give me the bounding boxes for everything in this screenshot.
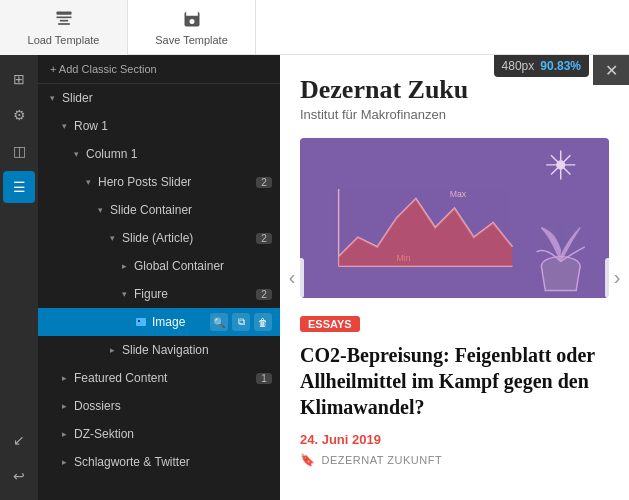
resolution-px: 480px: [502, 59, 535, 73]
tree-item-featured[interactable]: Featured Content1: [38, 364, 280, 392]
tree-label: Schlagworte & Twitter: [74, 455, 272, 469]
sidebar-icon-help[interactable]: ↙: [3, 424, 35, 456]
tree-actions: 🔍⧉🗑: [210, 313, 272, 331]
tree-badge: 2: [256, 289, 272, 300]
tree-label: Dossiers: [74, 399, 272, 413]
tree-label: Row 1: [74, 119, 272, 133]
hero-image: Max Min: [300, 138, 609, 298]
author-name: DEZERNAT ZUKUNFT: [322, 454, 443, 466]
tree-label: Featured Content: [74, 371, 252, 385]
tree-item-hero-slider[interactable]: Hero Posts Slider2: [38, 168, 280, 196]
sidebar-icon-tree[interactable]: ☰: [3, 171, 35, 203]
sidebar-icon-settings[interactable]: ⚙: [3, 99, 35, 131]
chevron-icon: [106, 344, 118, 356]
resolution-badge: 480px 90.83%: [494, 55, 589, 77]
tree-item-global-container[interactable]: Global Container: [38, 252, 280, 280]
tree-label: Hero Posts Slider: [98, 175, 252, 189]
save-template-button[interactable]: Save Template: [128, 0, 256, 55]
svg-rect-0: [56, 12, 71, 15]
tree-label: Image: [152, 315, 206, 329]
chevron-icon: [58, 120, 70, 132]
chevron-icon: [82, 176, 94, 188]
toolbar: Load Template Save Template: [0, 0, 629, 55]
chevron-icon: [94, 204, 106, 216]
tree-item-slide-nav[interactable]: Slide Navigation: [38, 336, 280, 364]
sidebar-icon-undo[interactable]: ↩: [3, 460, 35, 492]
tree-item-row1[interactable]: Row 1: [38, 112, 280, 140]
save-template-label: Save Template: [155, 34, 228, 46]
chevron-icon: [58, 372, 70, 384]
next-arrow[interactable]: ›: [605, 258, 629, 298]
article-date: 24. Juni 2019: [300, 432, 609, 447]
tree-panel: + Add Classic Section SliderRow 1Column …: [38, 55, 280, 500]
delete-action-btn[interactable]: 🗑: [254, 313, 272, 331]
chevron-icon: [106, 232, 118, 244]
sidebar-icon-elements[interactable]: ⊞: [3, 63, 35, 95]
article-author: 🔖 DEZERNAT ZUKUNFT: [300, 453, 609, 467]
sidebar-icon-style[interactable]: ◫: [3, 135, 35, 167]
tree-item-slide-container[interactable]: Slide Container: [38, 196, 280, 224]
tree-label: Slide Navigation: [122, 343, 272, 357]
chevron-icon: [46, 92, 58, 104]
tree-item-image[interactable]: Image🔍⧉🗑: [38, 308, 280, 336]
site-subtitle: Institut für Makrofinanzen: [300, 107, 609, 122]
image-icon: [134, 315, 148, 329]
preview-content: Dezernat Zuku Institut für Makrofinanzen…: [280, 55, 629, 500]
save-icon: [181, 8, 203, 30]
chevron-icon: [70, 148, 82, 160]
search-action-btn[interactable]: 🔍: [210, 313, 228, 331]
resolution-close-button[interactable]: ✕: [593, 55, 629, 85]
load-template-label: Load Template: [28, 34, 100, 46]
icon-sidebar: ⊞ ⚙ ◫ ☰ ↙ ↩: [0, 55, 38, 500]
chevron-icon: [58, 428, 70, 440]
chevron-icon: [118, 288, 130, 300]
tree-item-dossiers[interactable]: Dossiers: [38, 392, 280, 420]
chevron-icon: [58, 456, 70, 468]
main-area: ⊞ ⚙ ◫ ☰ ↙ ↩ + Add Classic Section Slider…: [0, 55, 629, 500]
site-title: Dezernat Zuku: [300, 75, 609, 105]
load-template-button[interactable]: Load Template: [0, 0, 128, 55]
tree-item-figure[interactable]: Figure2: [38, 280, 280, 308]
essay-tag: Essays: [300, 316, 360, 332]
tree-item-dz-sektion[interactable]: DZ-Sektion: [38, 420, 280, 448]
load-icon: [53, 8, 75, 30]
tree-label: Slider: [62, 91, 272, 105]
add-section-label: + Add Classic Section: [50, 63, 157, 75]
tree-item-slider[interactable]: Slider: [38, 84, 280, 112]
tree-item-col1[interactable]: Column 1: [38, 140, 280, 168]
copy-action-btn[interactable]: ⧉: [232, 313, 250, 331]
tree-label: DZ-Sektion: [74, 427, 272, 441]
add-section-button[interactable]: + Add Classic Section: [38, 55, 280, 84]
resolution-zoom: 90.83%: [540, 59, 581, 73]
chevron-icon: [118, 260, 130, 272]
tree-item-slide-article[interactable]: Slide (Article)2: [38, 224, 280, 252]
preview-area: 480px 90.83% ✕ Dezernat Zuku Institut fü…: [280, 55, 629, 500]
tree-label: Figure: [134, 287, 252, 301]
prev-arrow[interactable]: ‹: [280, 258, 304, 298]
tree-label: Slide Container: [110, 203, 272, 217]
tree-badge: 1: [256, 373, 272, 384]
svg-text:Max: Max: [450, 189, 467, 199]
tree-label: Column 1: [86, 147, 272, 161]
tree-badge: 2: [256, 177, 272, 188]
tree-label: Slide (Article): [122, 231, 252, 245]
article-title: CO2-Bepreisung: Feigenblatt oder Allheil…: [300, 342, 609, 420]
tree-item-schlagworte[interactable]: Schlagworte & Twitter: [38, 448, 280, 476]
chevron-icon: [58, 400, 70, 412]
tree-label: Global Container: [134, 259, 272, 273]
author-icon: 🔖: [300, 453, 316, 467]
tree-badge: 2: [256, 233, 272, 244]
